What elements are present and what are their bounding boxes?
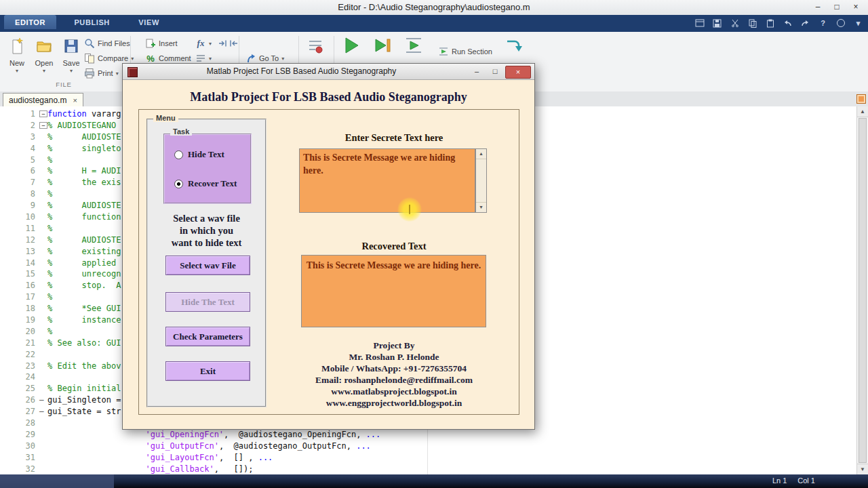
code-text: 'gui_OutputFcn', @audiostegano_OutputFcn…	[47, 441, 371, 452]
recovered-text-area[interactable]: This is Secrete Message we are hiding he…	[301, 255, 486, 327]
project-line: Mobile / WhatsApp: +91-7276355704	[275, 363, 513, 374]
indent-left-button[interactable]	[228, 37, 239, 49]
fold-toggle-icon[interactable]: −	[39, 122, 47, 129]
code-line[interactable]: 32 'gui_Callback', []);	[0, 464, 856, 475]
scroll-up-icon[interactable]: ▲	[476, 149, 486, 159]
breakpoints-button[interactable]	[307, 37, 324, 58]
recovered-text-label: Recovered Text	[282, 241, 506, 252]
code-text: % AUDIOSTE	[47, 131, 121, 143]
line-number: 16	[0, 280, 39, 291]
community-icon[interactable]	[835, 18, 846, 28]
code-line[interactable]: 30 'gui_OutputFcn', @audiostegano_Output…	[0, 441, 856, 452]
secret-text-scrollbar[interactable]: ▲ ▼	[475, 148, 487, 213]
code-text: 'gui_Callback', []);	[47, 464, 253, 475]
copy-icon[interactable]	[747, 18, 758, 28]
scroll-down-icon[interactable]: ▼	[476, 202, 486, 212]
desktop-layout-icon[interactable]	[694, 18, 705, 28]
tab-editor[interactable]: EDITOR	[4, 15, 56, 29]
window-minimize-button[interactable]: –	[808, 0, 827, 14]
code-text: gui_State = str	[47, 406, 121, 418]
window-close-button[interactable]: ×	[846, 0, 865, 14]
scroll-up-icon[interactable]: ▲	[857, 106, 868, 117]
editor-tab-audiostegano[interactable]: audiostegano.m ×	[3, 93, 83, 106]
code-text: % *See GUI	[47, 303, 121, 314]
go-to-label: Go To	[259, 54, 279, 62]
run-section-button[interactable]: Run Section	[438, 45, 492, 58]
run-button[interactable]	[342, 36, 361, 58]
line-number: 31	[0, 452, 39, 464]
undo-icon[interactable]	[782, 18, 793, 28]
indent-right-button[interactable]	[217, 37, 228, 49]
scrollbar-thumb[interactable]	[859, 118, 867, 463]
select-line: want to hide text	[146, 237, 267, 249]
run-icon	[342, 45, 361, 57]
line-number: 1	[0, 108, 39, 120]
indent-right-icon	[217, 39, 228, 47]
insert-label: Insert	[159, 39, 178, 47]
run-and-advance-button[interactable]	[373, 36, 392, 58]
dialog-restore-button[interactable]: □	[487, 66, 503, 77]
code-line[interactable]: 31 'gui_LayoutFcn', [] , ...	[0, 452, 856, 464]
code-line[interactable]: 29 'gui_OpeningFcn', @audiostegano_Openi…	[0, 429, 856, 441]
fold-toggle-icon[interactable]: −	[39, 110, 47, 117]
radio-recover-text[interactable]: Recover Text	[174, 178, 237, 189]
editor-vertical-scrollbar[interactable]: ▲ ▼	[856, 106, 868, 474]
insert-function-button[interactable]: fx ▾	[195, 37, 212, 49]
editor-tab-label: audiostegano.m	[9, 96, 66, 105]
secret-text-area[interactable]: This is Secrete Message we are hiding he…	[299, 148, 475, 213]
editor-actions-icon[interactable]	[856, 94, 866, 104]
select-wav-file-button[interactable]: Select wav File	[165, 256, 250, 275]
save-icon[interactable]	[711, 18, 723, 28]
dialog-heading: Matlab Project For LSB Based Audio Stega…	[123, 90, 534, 104]
window-titlebar[interactable]: Editor - D:\Audio Steganography\audioste…	[0, 0, 868, 16]
code-text: % AUDIOSTEGANO	[47, 120, 116, 131]
chevron-down-icon: ▾	[281, 56, 284, 62]
cut-icon[interactable]	[729, 18, 741, 28]
radio-hide-text[interactable]: Hide Text	[174, 149, 224, 160]
code-text: %	[47, 326, 52, 338]
toolbar-options-chevron-icon[interactable]: ▾	[852, 18, 864, 28]
advance-button[interactable]	[505, 37, 524, 58]
save-disk-icon	[58, 37, 84, 56]
dialog-titlebar[interactable]: Matlab Project For LSB Based Audio Stega…	[123, 64, 534, 80]
executable-line-marker[interactable]: –	[39, 406, 47, 418]
tab-publish[interactable]: PUBLISH	[63, 15, 120, 29]
paste-icon[interactable]	[764, 18, 776, 28]
insert-button[interactable]: Insert	[145, 37, 178, 49]
breakpoints-icon	[307, 45, 324, 57]
dialog-title: Matlab Project For LSB Based Audio Stega…	[143, 66, 460, 76]
new-script-button[interactable]: New ▾	[4, 35, 30, 85]
print-button[interactable]: Print ▾	[84, 67, 119, 79]
line-number: 20	[0, 326, 39, 338]
tab-close-icon[interactable]: ×	[73, 96, 77, 104]
tab-view[interactable]: VIEW	[127, 15, 170, 29]
file-section-label: FILE	[0, 81, 127, 88]
executable-line-marker[interactable]: –	[39, 394, 47, 406]
save-button-label: Save	[58, 59, 84, 67]
chevron-down-icon: ▾	[209, 56, 212, 62]
code-text: 'gui_OpeningFcn', @audiostegano_OpeningF…	[47, 429, 380, 441]
scroll-down-icon[interactable]: ▼	[857, 464, 868, 474]
chevron-down-icon: ▾	[58, 68, 84, 74]
dialog-close-button[interactable]: ×	[505, 66, 531, 79]
open-button[interactable]: Open ▾	[31, 35, 57, 85]
line-number: 18	[0, 303, 39, 314]
line-number: 2	[0, 120, 39, 131]
exit-button[interactable]: Exit	[165, 361, 250, 381]
save-button[interactable]: Save ▾	[58, 35, 84, 85]
check-parameters-button[interactable]: Check Parameters	[165, 327, 250, 346]
radio-button-icon[interactable]	[174, 180, 183, 188]
dialog-body: Matlab Project For LSB Based Audio Stega…	[123, 79, 534, 429]
redo-icon[interactable]	[800, 18, 811, 28]
select-file-instruction: Select a wav filein which youwant to hid…	[146, 212, 267, 249]
code-text: % Begin initial	[47, 383, 121, 394]
line-number: 19	[0, 314, 39, 326]
run-section-big-button[interactable]	[404, 36, 423, 58]
find-files-button[interactable]: Find Files	[84, 37, 130, 49]
hide-the-text-button[interactable]: Hide The Text	[165, 292, 250, 312]
window-restore-button[interactable]: □	[827, 0, 846, 14]
radio-button-icon[interactable]	[174, 150, 183, 159]
dialog-minimize-button[interactable]: –	[469, 66, 485, 77]
help-icon[interactable]: ?	[817, 18, 829, 28]
code-text: % instance	[47, 314, 121, 326]
